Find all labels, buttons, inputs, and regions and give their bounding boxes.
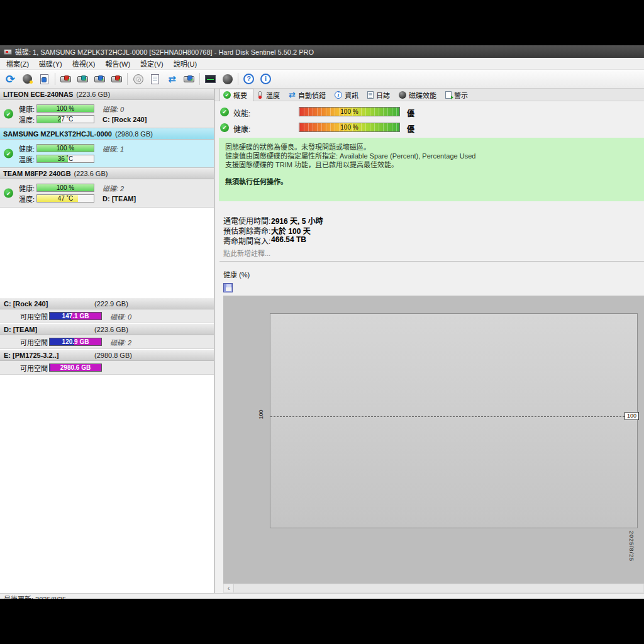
- health-bar: 100 %: [299, 123, 400, 132]
- status-text-box: 固態硬碟的狀態為優良。未發現問題或壞磁區。 健康值由固態硬碟的指定屬性所指定: …: [219, 138, 644, 201]
- partition-header[interactable]: C: [Rock 240] (222.9 GB): [0, 298, 214, 309]
- overview-panel: ✔ 效能: 100 % 優 ✔ 健康: 100 % 優: [214, 101, 644, 593]
- disk-item-2: TEAM M8FP2 240GB (223.6 GB) ✔ 健康: 100 % …: [0, 168, 214, 208]
- document-icon[interactable]: [147, 71, 164, 87]
- health-row: 健康: 100 % 磁碟: 1: [0, 143, 214, 153]
- health-bar: 100 %: [36, 184, 94, 192]
- check-circle-icon: ✔: [223, 91, 231, 99]
- toolbar-separator: [127, 73, 128, 85]
- tab-label: 磁碟效能: [409, 90, 436, 100]
- menu-help[interactable]: 說明(U): [169, 57, 202, 70]
- disk-header[interactable]: LITEON ECE-240NAS (223.6 GB): [0, 89, 214, 100]
- scrollbar-thumb[interactable]: [234, 584, 643, 592]
- sync-icon[interactable]: ⇄: [164, 71, 180, 87]
- tab-information[interactable]: i 資訊: [331, 89, 364, 101]
- stat-remaining-lifetime: 預估剩餘壽命: 大於 100 天: [223, 225, 644, 235]
- performance-monitor-icon[interactable]: [202, 71, 219, 87]
- disk-remove-icon[interactable]: [57, 71, 74, 87]
- health-row: 健康: 100 % 磁碟: 2: [0, 182, 214, 193]
- info-icon[interactable]: i: [257, 71, 274, 87]
- tab-temperature[interactable]: 溫度: [253, 89, 286, 101]
- free-space-value: 147.1 GB: [50, 313, 101, 319]
- cd-disc-icon[interactable]: [130, 71, 147, 87]
- status-line: 健康值由固態硬碟的指定屬性所指定: Available Spare (Perce…: [225, 152, 638, 160]
- help-icon[interactable]: ?: [240, 71, 257, 87]
- gauge-ball: [223, 74, 233, 84]
- disk-header[interactable]: TEAM M8FP2 240GB (223.6 GB): [0, 168, 214, 179]
- stat-label: 壽命期間寫入:: [223, 235, 271, 245]
- partition-header[interactable]: D: [TEAM] (223.6 GB): [0, 324, 214, 335]
- disk-copy-icon[interactable]: [74, 71, 91, 87]
- gauge-icon[interactable]: [219, 71, 236, 87]
- stat-power-on-time: 通電使用時間: 2916 天, 5 小時: [223, 215, 644, 225]
- tab-alerts[interactable]: 警示: [442, 89, 474, 101]
- temperature-value: 47 ˚C: [37, 195, 94, 202]
- disk-index-label: 磁碟: 2: [110, 337, 131, 347]
- partition-body[interactable]: 可用空間 120.9 GB 磁碟: 2: [0, 335, 214, 349]
- disk-body[interactable]: ✔ 健康: 100 % 磁碟: 1 溫度:: [0, 140, 214, 168]
- partition-body[interactable]: 可用空間 147.1 GB 磁碟: 0: [0, 309, 214, 323]
- network-disk-icon[interactable]: [180, 71, 197, 87]
- drive-badge: [187, 75, 192, 80]
- report-icon[interactable]: [36, 71, 53, 87]
- health-label: 健康:: [19, 183, 36, 193]
- tab-smart[interactable]: ⇄ 自動偵錯: [286, 89, 331, 101]
- temperature-label: 溫度:: [19, 114, 36, 125]
- title-bar[interactable]: 磁碟: 1, SAMSUNG MZPLK3T2HCJL-0000 [S2FHNA…: [0, 45, 644, 58]
- save-chart-button[interactable]: [223, 283, 233, 292]
- disk-body[interactable]: ✔ 健康: 100 % 磁碟: 0 溫度:: [0, 100, 214, 128]
- performance-value: 100 %: [299, 108, 399, 116]
- temperature-row: 溫度: 47 ˚C D: [TEAM]: [0, 193, 214, 204]
- drive-badge: [98, 75, 103, 80]
- drive-badge: [115, 75, 120, 80]
- partition-header[interactable]: E: [PM1725-3.2..] (2980.8 GB): [0, 350, 214, 361]
- disk-header[interactable]: SAMSUNG MZPLK3T2HCJL-0000 (2980.8 GB): [0, 128, 214, 140]
- drive-badge: [64, 75, 69, 80]
- tab-disk-performance[interactable]: 磁碟效能: [396, 89, 442, 101]
- ok-check-icon: ✔: [220, 123, 229, 132]
- disk-partition-label: D: [TEAM]: [103, 195, 136, 203]
- chart-scrollbar[interactable]: ‹: [223, 584, 644, 593]
- health-bar: 100 %: [36, 144, 94, 152]
- partition-list: C: [Rock 240] (222.9 GB) 可用空間 147.1 GB 磁…: [0, 298, 214, 375]
- disk-body[interactable]: ✔ 健康: 100 % 磁碟: 2 溫度:: [0, 179, 214, 208]
- toolbar: ⟳ ⇄ ? i: [0, 70, 644, 89]
- current-value-box: 100: [625, 412, 639, 420]
- health-value: 100 %: [37, 105, 94, 112]
- ok-check-icon: ✔: [220, 108, 229, 116]
- performance-bar: 100 %: [299, 107, 400, 116]
- disk-size: (223.6 GB): [76, 91, 110, 98]
- stat-label: 通電使用時間:: [223, 215, 271, 225]
- sync-glyph: ⇄: [168, 74, 176, 84]
- tab-overview[interactable]: ✔ 概要: [219, 89, 253, 101]
- menu-file[interactable]: 檔案(Z): [1, 57, 34, 70]
- tab-log[interactable]: 日誌: [364, 89, 396, 101]
- drive-shape: [60, 76, 71, 82]
- app-disk-icon: [4, 49, 12, 55]
- refresh-icon[interactable]: ⟳: [2, 71, 19, 87]
- temperature-label: 溫度:: [19, 154, 36, 164]
- status-bar-text: 最後更新: 2025/8/25: [4, 596, 66, 599]
- disk-index-label: 磁碟: 1: [103, 143, 124, 153]
- disk-index-label: 磁碟: 0: [110, 311, 131, 321]
- menu-settings[interactable]: 設定(V): [135, 57, 169, 70]
- stat-value: 466.54 TB: [271, 235, 306, 245]
- disk-alarm-icon[interactable]: [19, 71, 36, 87]
- partition-body[interactable]: 可用空間 2980.6 GB: [0, 361, 214, 375]
- status-line: 支援固態硬碟的 TRIM 功能，且已啟用以提高最佳效能。: [225, 160, 638, 169]
- temperature-bar: 36 ˚C: [36, 155, 94, 163]
- disc-shape: [133, 74, 143, 84]
- health-history-chart[interactable]: 100 100 2025/8/25: [223, 296, 644, 584]
- temperature-bar: 27 ˚C: [36, 115, 94, 123]
- menu-disk[interactable]: 磁碟(Y): [34, 57, 67, 70]
- free-space-bar: 147.1 GB: [49, 312, 102, 320]
- disk-partition-label: C: [Rock 240]: [103, 116, 147, 123]
- menu-view[interactable]: 檢視(X): [67, 57, 101, 70]
- disk-test-icon[interactable]: [91, 71, 108, 87]
- info-circle-icon: i: [335, 91, 342, 99]
- add-annotation-link[interactable]: 點此新增註釋...: [219, 247, 644, 262]
- free-space-bar: 120.9 GB: [49, 338, 102, 346]
- disk-tools-icon[interactable]: [108, 71, 125, 87]
- menu-report[interactable]: 報告(W): [100, 57, 135, 70]
- scroll-left-arrow[interactable]: ‹: [224, 584, 234, 592]
